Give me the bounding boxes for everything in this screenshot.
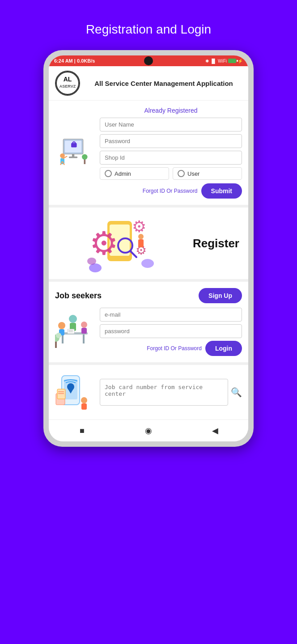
signup-button[interactable]: Sign Up (199, 288, 242, 303)
login-button[interactable]: Login (205, 341, 242, 356)
bluetooth-icon: ✱ (205, 59, 209, 64)
bolt-icon: ⚡ (238, 59, 243, 64)
svg-text:ASERVZ: ASERVZ (59, 84, 76, 89)
status-icons: ✱ ▐▌ WiFi ⚡ (205, 59, 243, 64)
jobcard-number-input[interactable] (100, 379, 228, 406)
login-form: Already Registered Admin User (100, 107, 242, 199)
shopid-input[interactable] (100, 151, 242, 165)
svg-point-32 (81, 322, 87, 328)
svg-point-14 (82, 154, 87, 159)
svg-point-24 (89, 263, 102, 272)
role-radio-group: Admin User (100, 167, 242, 180)
svg-rect-23 (138, 239, 144, 247)
jobseeker-password-input[interactable] (100, 324, 242, 338)
phone-screen: 6:24 AM | 0.0KB/s ✱ ▐▌ WiFi ⚡ AL ASERVZ … (49, 55, 248, 441)
svg-point-30 (58, 322, 65, 329)
login-action-row: Forgot ID Or Password Submit (100, 183, 242, 199)
svg-rect-49 (57, 389, 65, 399)
svg-text:⚙: ⚙ (132, 217, 146, 236)
jobcard-illustration (55, 371, 95, 413)
login-illustration (55, 107, 95, 199)
svg-point-25 (141, 259, 154, 268)
job-illustration (55, 308, 95, 356)
svg-rect-36 (68, 329, 74, 334)
admin-radio[interactable]: Admin (100, 167, 169, 180)
user-radio-circle (178, 170, 185, 177)
svg-point-22 (138, 234, 144, 239)
camera-notch (144, 56, 153, 65)
username-input[interactable] (100, 118, 242, 131)
register-section: ⚙ ⚙ ⚙ Register (49, 208, 248, 282)
register-illustration: ⚙ ⚙ ⚙ (49, 208, 193, 279)
svg-point-41 (56, 333, 61, 338)
signal-icon: ▐▌ (210, 59, 216, 64)
svg-point-46 (81, 397, 87, 403)
svg-text:AL: AL (64, 76, 72, 83)
svg-rect-33 (81, 328, 87, 334)
svg-rect-5 (71, 143, 76, 147)
svg-point-26 (87, 258, 96, 265)
job-seekers-form: Forgot ID Or Password Login (100, 308, 242, 356)
square-nav-button[interactable]: ■ (76, 424, 88, 437)
job-seekers-content: Forgot ID Or Password Login (55, 308, 242, 356)
phone-frame: 6:24 AM | 0.0KB/s ✱ ▐▌ WiFi ⚡ AL ASERVZ … (43, 50, 254, 447)
svg-text:⚙: ⚙ (89, 225, 119, 261)
job-card-section: 🔍 (49, 365, 248, 419)
svg-rect-47 (81, 403, 87, 410)
back-nav-button[interactable]: ◀ (209, 424, 221, 437)
status-bar: 6:24 AM | 0.0KB/s ✱ ▐▌ WiFi ⚡ (49, 55, 248, 66)
email-input[interactable] (100, 308, 242, 322)
jobseeker-action-row: Forgot ID Or Password Login (100, 341, 242, 356)
jobcard-input-row: 🔍 (100, 379, 242, 406)
battery-icon (228, 59, 236, 63)
home-nav-button[interactable]: ◉ (142, 424, 155, 437)
status-time: 6:24 AM | 0.0KB/s (54, 58, 95, 64)
search-button[interactable]: 🔍 (231, 387, 242, 398)
password-input[interactable] (100, 134, 242, 148)
jobseeker-forgot-link[interactable]: Forgot ID Or Password (147, 345, 202, 352)
app-logo: AL ASERVZ (55, 71, 80, 96)
job-seekers-section: Job seekers Sign Up (49, 282, 248, 365)
submit-button[interactable]: Submit (201, 183, 242, 199)
page-title: Registration and Login (86, 22, 211, 37)
register-label: Register (193, 237, 248, 250)
admin-label: Admin (115, 170, 131, 177)
user-radio[interactable]: User (173, 167, 242, 180)
already-registered-label: Already Registered (100, 107, 242, 114)
login-section: Already Registered Admin User (49, 101, 248, 208)
job-seekers-header: Job seekers Sign Up (55, 288, 242, 303)
admin-radio-circle (105, 170, 112, 177)
nav-bar: ■ ◉ ◀ (49, 419, 248, 441)
svg-rect-29 (83, 335, 85, 343)
forgot-link[interactable]: Forgot ID Or Password (143, 188, 198, 194)
app-title: All Service Center Management Applicatio… (85, 80, 242, 87)
wifi-icon: WiFi (218, 59, 227, 64)
svg-rect-28 (62, 335, 64, 343)
app-header: AL ASERVZ All Service Center Management … (49, 66, 248, 101)
svg-point-34 (69, 315, 77, 323)
user-label: User (187, 170, 199, 177)
svg-rect-7 (69, 157, 78, 158)
job-seekers-title: Job seekers (55, 291, 102, 301)
